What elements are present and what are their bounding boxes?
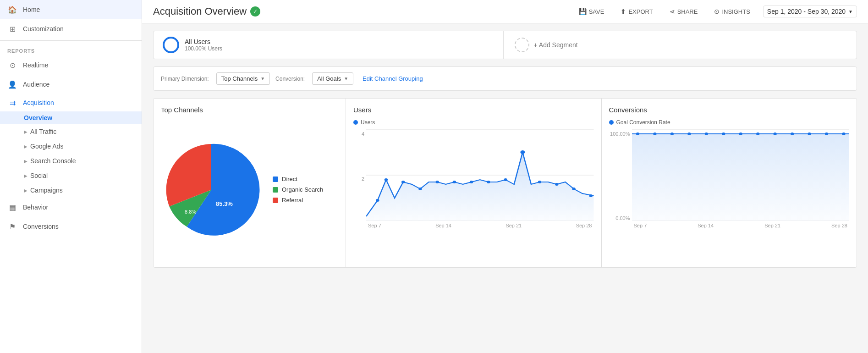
conv-x-sep14: Sep 14 <box>698 223 714 228</box>
y-axis-2: 2 <box>353 176 364 182</box>
pie-label-direct: 85.3% <box>216 200 233 207</box>
sidebar-behavior-label: Behavior <box>23 204 48 211</box>
customization-icon: ⊞ <box>7 24 17 34</box>
legend-dot-organic <box>273 187 278 193</box>
date-range-text: Sep 1, 2020 - Sep 30, 2020 <box>767 8 846 15</box>
sidebar: 🏠 Home ⊞ Customization REPORTS ⊙ Realtim… <box>0 0 142 353</box>
user-dot <box>376 199 379 202</box>
sidebar-item-realtime[interactable]: ⊙ Realtime <box>0 55 142 75</box>
conversion-label: Conversion: <box>275 76 305 82</box>
add-segment-circle <box>515 38 529 52</box>
charts-row: Top Channels <box>153 98 857 268</box>
sidebar-item-acquisition[interactable]: ⇉ Acquisition <box>0 94 142 111</box>
conversions-chart-title: Conversions <box>609 106 850 114</box>
home-icon: 🏠 <box>7 5 17 15</box>
segment-name: All Users <box>185 38 222 45</box>
sidebar-social-label: Social <box>30 172 48 179</box>
top-channels-dropdown[interactable]: Top Channels ▼ <box>216 72 270 85</box>
sidebar-sub-social[interactable]: ▶ Social <box>0 168 142 183</box>
user-dot <box>504 178 507 181</box>
users-legend-dot <box>353 120 358 125</box>
conv-dot <box>670 132 673 135</box>
sidebar-item-conversions[interactable]: ⚑ Conversions <box>0 217 142 236</box>
arrow-icon: ▶ <box>24 188 27 193</box>
save-label: SAVE <box>589 8 604 15</box>
sidebar-item-audience[interactable]: 👤 Audience <box>0 75 142 94</box>
conversions-x-axis: Sep 7 Sep 14 Sep 21 Sep 28 <box>609 223 850 228</box>
conv-dot <box>824 132 828 135</box>
user-dot <box>418 188 422 190</box>
export-label: EXPORT <box>628 8 653 15</box>
user-dot <box>555 183 558 186</box>
save-icon: 💾 <box>579 8 587 15</box>
conversions-chart-legend: Goal Conversion Rate <box>609 119 850 126</box>
sidebar-google-ads-label: Google Ads <box>30 143 63 150</box>
pie-legend: Direct Organic Search Referral <box>273 176 323 204</box>
pie-container: 85.3% 8.8% Direct Organic Search <box>161 119 338 260</box>
sidebar-audience-label: Audience <box>23 81 49 88</box>
top-channels-panel: Top Channels <box>154 99 346 267</box>
conv-x-sep28: Sep 28 <box>831 223 847 228</box>
legend-label-direct: Direct <box>282 176 297 182</box>
export-icon: ⬆ <box>621 8 626 15</box>
sidebar-sub-google-ads[interactable]: ▶ Google Ads <box>0 139 142 154</box>
sidebar-overview-label: Overview <box>24 114 52 121</box>
sidebar-item-customization[interactable]: ⊞ Customization <box>0 19 142 39</box>
export-button[interactable]: ⬆ EXPORT <box>617 6 656 17</box>
user-dot <box>572 188 575 190</box>
all-goals-value: All Goals <box>317 75 341 82</box>
sidebar-item-home[interactable]: 🏠 Home <box>0 0 142 19</box>
sidebar-sub-all-traffic[interactable]: ▶ All Traffic <box>0 124 142 139</box>
save-button[interactable]: 💾 SAVE <box>575 6 608 17</box>
sidebar-campaigns-label: Campaigns <box>30 187 63 194</box>
user-dot <box>589 194 593 197</box>
conv-dot <box>722 132 725 135</box>
pie-chart-svg: 85.3% 8.8% <box>161 139 262 240</box>
add-segment-button[interactable]: + Add Segment <box>504 32 857 58</box>
user-dot <box>401 181 405 183</box>
sidebar-sub-search-console[interactable]: ▶ Search Console <box>0 154 142 168</box>
legend-dot-referral <box>273 198 278 203</box>
main-content: Acquisition Overview ✓ 💾 SAVE ⬆ EXPORT ⋖… <box>142 0 868 353</box>
sidebar-all-traffic-label: All Traffic <box>30 128 56 135</box>
segment-circle <box>163 37 179 53</box>
users-chart-panel: Users Users 4 2 <box>346 99 602 267</box>
conv-dot <box>687 132 691 135</box>
dropdown-arrow-icon: ▼ <box>344 76 348 81</box>
users-legend-label: Users <box>361 119 375 126</box>
date-range-arrow: ▼ <box>848 9 853 14</box>
conversions-chart-panel: Conversions Goal Conversion Rate 100.00%… <box>602 99 857 267</box>
insights-button[interactable]: ⊙ INSIGHTS <box>710 6 753 17</box>
y-axis-4: 4 <box>353 131 364 137</box>
arrow-icon: ▶ <box>24 144 27 149</box>
share-button[interactable]: ⋖ SHARE <box>666 6 702 17</box>
conv-dot <box>773 132 776 135</box>
sidebar-search-console-label: Search Console <box>30 157 76 165</box>
edit-channel-link[interactable]: Edit Channel Grouping <box>363 75 423 82</box>
user-dot <box>538 181 541 183</box>
share-icon: ⋖ <box>670 8 675 15</box>
legend-dot-direct <box>273 176 278 182</box>
page-header: Acquisition Overview ✓ 💾 SAVE ⬆ EXPORT ⋖… <box>142 0 868 23</box>
audience-icon: 👤 <box>7 79 17 89</box>
conv-dot <box>636 132 639 135</box>
user-dot <box>385 178 388 181</box>
segment-bar: All Users 100.00% Users + Add Segment <box>153 31 857 59</box>
sidebar-item-behavior[interactable]: ▦ Behavior <box>0 198 142 217</box>
header-left: Acquisition Overview ✓ <box>153 6 260 17</box>
sidebar-sub-campaigns[interactable]: ▶ Campaigns <box>0 183 142 198</box>
segment-all-users[interactable]: All Users 100.00% Users <box>154 31 504 59</box>
arrow-icon: ▶ <box>24 173 27 178</box>
users-x-axis: Sep 7 Sep 14 Sep 21 Sep 28 <box>353 223 594 228</box>
conv-dot <box>808 132 811 135</box>
content-area: All Users 100.00% Users + Add Segment Pr… <box>142 23 868 353</box>
all-goals-dropdown[interactable]: All Goals ▼ <box>312 72 353 85</box>
arrow-icon: ▶ <box>24 129 27 134</box>
sidebar-sub-overview[interactable]: Overview <box>0 111 142 124</box>
date-range-picker[interactable]: Sep 1, 2020 - Sep 30, 2020 ▼ <box>763 6 857 17</box>
conv-dot <box>739 132 742 135</box>
sidebar-home-label: Home <box>23 6 40 13</box>
add-segment-text: + Add Segment <box>534 41 578 49</box>
legend-label-organic: Organic Search <box>282 186 323 193</box>
users-svg <box>366 129 594 221</box>
